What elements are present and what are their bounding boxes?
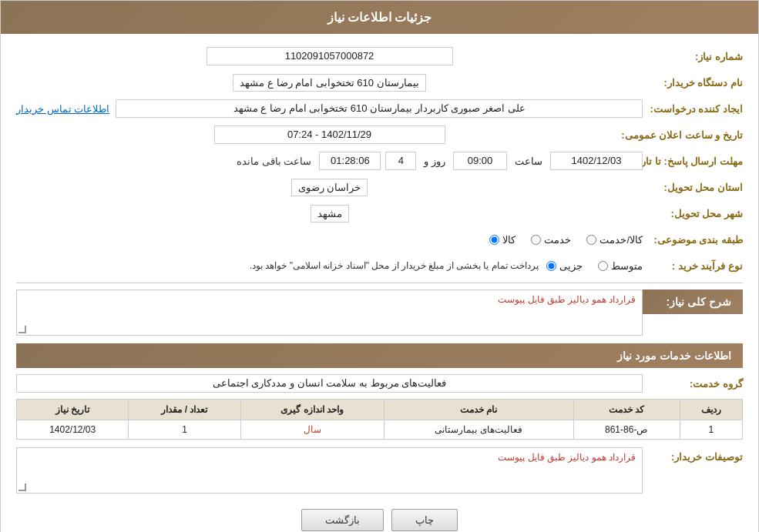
service-group-box: فعالیت‌های مربوط به سلامت انسان و مددکار… bbox=[16, 374, 643, 393]
announce-datetime-label: تاریخ و ساعت اعلان عمومی: bbox=[643, 129, 743, 141]
category-kala-label: کالا bbox=[502, 234, 516, 246]
category-option-kala[interactable]: کالا bbox=[489, 234, 516, 246]
deadline-days-box: 4 bbox=[385, 152, 416, 170]
process-motavasset-radio[interactable] bbox=[598, 261, 608, 271]
th-code: کد خدمت bbox=[573, 400, 680, 420]
category-radio-group: کالا/خدمت خدمت کالا bbox=[16, 234, 643, 246]
process-option-jozi[interactable]: جزیی bbox=[546, 260, 583, 272]
buyer-desc-section: توصیفات خریدار: قرارداد همو دیالیز طبق ف… bbox=[16, 447, 743, 494]
deadline-label: مهلت ارسال پاسخ: تا تاریخ: bbox=[643, 156, 743, 167]
need-number-value: 1102091057000872 bbox=[16, 47, 643, 65]
deadline-inner-row: 1402/12/03 ساعت 09:00 روز و 4 01:28:06 س… bbox=[16, 152, 643, 170]
back-button[interactable]: بازگشت bbox=[301, 509, 384, 531]
deadline-remaining-box: 01:28:06 bbox=[319, 152, 381, 170]
process-motavasset-label: متوسط bbox=[611, 260, 643, 272]
remaining-label: ساعت باقی مانده bbox=[237, 156, 311, 167]
services-section-header: اطلاعات خدمات مورد نیاز bbox=[16, 343, 743, 368]
announce-date-box: 1402/11/29 - 07:24 bbox=[214, 125, 445, 144]
print-button[interactable]: چاپ bbox=[391, 509, 458, 531]
process-radio-group: متوسط جزیی bbox=[546, 260, 643, 272]
creator-label: ایجاد کننده درخواست: bbox=[643, 103, 743, 115]
category-kala-khedmat-radio[interactable] bbox=[586, 235, 596, 245]
category-value: کالا/خدمت خدمت کالا bbox=[16, 234, 643, 246]
city-value: مشهد bbox=[16, 208, 643, 219]
th-qty: تعداد / مقدار bbox=[129, 400, 240, 420]
buyer-desc-box: قرارداد همو دیالیز طبق فایل پیوست bbox=[16, 447, 643, 494]
province-box: خراسان رضوی bbox=[291, 179, 368, 196]
service-group-label: گروه خدمت: bbox=[643, 378, 743, 390]
process-type-row: نوع فرآیند خرید : متوسط جزیی پرداخت تمام… bbox=[16, 255, 743, 276]
cell-date: 1402/12/03 bbox=[17, 420, 129, 440]
process-jozi-radio[interactable] bbox=[546, 261, 556, 271]
need-number-row: شماره نیاز: 1102091057000872 bbox=[16, 45, 743, 67]
page-header: جزئیات اطلاعات نیاز bbox=[1, 1, 758, 34]
category-option-kala-khedmat[interactable]: کالا/خدمت bbox=[586, 234, 643, 246]
category-row: طبقه بندی موضوعی: کالا/خدمت خدمت کالا bbox=[16, 229, 743, 250]
need-description-title: شرح کلی نیاز: bbox=[667, 296, 731, 308]
th-date: تاریخ نیاز bbox=[17, 400, 129, 420]
buyer-org-row: نام دستگاه خریدار: بیمارستان 610 تختخواب… bbox=[16, 72, 743, 93]
province-row: استان محل تحویل: خراسان رضوی bbox=[16, 176, 743, 198]
buyer-desc-container: قرارداد همو دیالیز طبق فایل پیوست bbox=[16, 447, 643, 494]
creator-box: علی اصغر صبوری کاربردار بیمارستان 610 تخ… bbox=[116, 99, 643, 118]
cell-unit: سال bbox=[240, 420, 384, 440]
services-table: ردیف کد خدمت نام خدمت واحد اندازه گیری ت… bbox=[16, 399, 743, 440]
deadline-value: 1402/12/03 ساعت 09:00 روز و 4 01:28:06 س… bbox=[16, 152, 643, 170]
cell-row-num: 1 bbox=[680, 420, 742, 440]
creator-row: ایجاد کننده درخواست: علی اصغر صبوری کارب… bbox=[16, 98, 743, 119]
need-description-section: شرح کلی نیاز: قرارداد همو دیالیز طبق فای… bbox=[16, 289, 743, 336]
cell-qty: 1 bbox=[129, 420, 240, 440]
table-header-row: ردیف کد خدمت نام خدمت واحد اندازه گیری ت… bbox=[17, 400, 743, 420]
category-khedmat-label: خدمت bbox=[544, 234, 571, 246]
th-unit: واحد اندازه گیری bbox=[240, 400, 384, 420]
need-description-header: شرح کلی نیاز: bbox=[643, 289, 743, 314]
cell-name: فعالیت‌های بیمارستانی bbox=[384, 420, 573, 440]
creator-value: علی اصغر صبوری کاربردار بیمارستان 610 تخ… bbox=[16, 99, 643, 118]
deadline-row: مهلت ارسال پاسخ: تا تاریخ: 1402/12/03 سا… bbox=[16, 150, 743, 172]
resize-indicator-1 bbox=[18, 326, 26, 333]
city-label: شهر محل تحویل: bbox=[643, 208, 743, 219]
city-box: مشهد bbox=[311, 205, 349, 223]
buyer-org-box: بیمارستان 610 تختخوابی امام رضا ع مشهد bbox=[233, 74, 425, 92]
announce-datetime-row: تاریخ و ساعت اعلان عمومی: 1402/11/29 - 0… bbox=[16, 124, 743, 146]
table-row: 1 ص-86-861 فعالیت‌های بیمارستانی سال 1 1… bbox=[17, 420, 743, 440]
page-title: جزئیات اطلاعات نیاز bbox=[327, 11, 432, 24]
process-note: پرداخت تمام یا بخشی از مبلغ خریدار از مح… bbox=[250, 260, 539, 271]
deadline-time-label: ساعت bbox=[515, 156, 542, 167]
buyer-org-value: بیمارستان 610 تختخوابی امام رضا ع مشهد bbox=[16, 77, 643, 89]
buyer-desc-value: قرارداد همو دیالیز طبق فایل پیوست bbox=[498, 452, 636, 463]
category-label: طبقه بندی موضوعی: bbox=[643, 234, 743, 246]
need-description-value: قرارداد همو دیالیز طبق فایل پیوست bbox=[498, 294, 636, 305]
deadline-day-label: روز و bbox=[424, 156, 445, 167]
page-wrapper: جزئیات اطلاعات نیاز شماره نیاز: 11020910… bbox=[0, 0, 759, 532]
content-area: شماره نیاز: 1102091057000872 نام دستگاه … bbox=[1, 34, 758, 532]
category-option-khedmat[interactable]: خدمت bbox=[531, 234, 571, 246]
province-label: استان محل تحویل: bbox=[643, 182, 743, 193]
divider-1 bbox=[16, 283, 743, 283]
process-type-label: نوع فرآیند خرید : bbox=[643, 260, 743, 272]
button-row: چاپ بازگشت bbox=[16, 509, 743, 531]
province-value: خراسان رضوی bbox=[16, 182, 643, 193]
category-kala-radio[interactable] bbox=[489, 235, 499, 245]
th-row-num: ردیف bbox=[680, 400, 742, 420]
need-description-container: قرارداد همو دیالیز طبق فایل پیوست bbox=[16, 289, 643, 336]
category-khedmat-radio[interactable] bbox=[531, 235, 541, 245]
need-number-box: 1102091057000872 bbox=[207, 47, 453, 65]
contact-link[interactable]: اطلاعات تماس خریدار bbox=[16, 103, 109, 115]
process-jozi-label: جزیی bbox=[559, 260, 583, 272]
need-number-label: شماره نیاز: bbox=[643, 51, 743, 62]
process-option-motavasset[interactable]: متوسط bbox=[598, 260, 643, 272]
deadline-date-box: 1402/12/03 bbox=[550, 152, 643, 170]
need-description-box: قرارداد همو دیالیز طبق فایل پیوست bbox=[16, 289, 643, 336]
deadline-time-box: 09:00 bbox=[453, 152, 507, 170]
service-group-row: گروه خدمت: فعالیت‌های مربوط به سلامت انس… bbox=[16, 374, 743, 393]
category-kala-khedmat-label: کالا/خدمت bbox=[599, 234, 643, 246]
services-section-title: اطلاعات خدمات مورد نیاز bbox=[617, 350, 731, 362]
announce-datetime-value: 1402/11/29 - 07:24 bbox=[16, 125, 643, 144]
city-row: شهر محل تحویل: مشهد bbox=[16, 202, 743, 224]
buyer-org-label: نام دستگاه خریدار: bbox=[643, 77, 743, 89]
resize-indicator-2 bbox=[18, 483, 26, 491]
buyer-desc-label: توصیفات خریدار: bbox=[671, 451, 743, 463]
th-name: نام خدمت bbox=[384, 400, 573, 420]
buyer-desc-label-container: توصیفات خریدار: bbox=[643, 447, 743, 463]
